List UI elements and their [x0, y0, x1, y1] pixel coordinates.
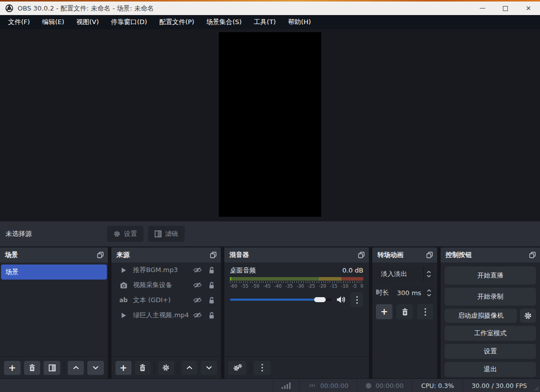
audio-channel-name: 桌面音频: [230, 266, 256, 275]
gear-icon: [524, 312, 532, 320]
stream-time-value: 00:00:00: [320, 382, 348, 389]
visibility-hidden-icon[interactable]: [193, 297, 202, 303]
speaker-icon[interactable]: [336, 296, 346, 304]
remove-source-button[interactable]: [135, 361, 151, 375]
dock-panels: 场景 场景 + 来源: [0, 247, 540, 378]
filters-icon: [49, 364, 56, 371]
preview-area[interactable]: [0, 29, 540, 221]
video-canvas[interactable]: [219, 32, 321, 217]
volume-slider-handle[interactable]: [314, 297, 326, 302]
settings-button[interactable]: 设置: [445, 344, 536, 359]
duration-spinbox[interactable]: 300 ms: [392, 285, 434, 300]
add-scene-button[interactable]: +: [4, 361, 21, 375]
scene-list-item[interactable]: 场景: [1, 265, 107, 280]
menu-file[interactable]: 文件(F): [2, 15, 36, 29]
source-properties-toolbar-button[interactable]: [158, 361, 174, 375]
lock-open-icon[interactable]: [208, 267, 215, 274]
filters-icon: [155, 230, 162, 237]
menu-scene-collection[interactable]: 场景集合(S): [200, 15, 247, 29]
chevron-up-icon: [186, 365, 193, 370]
mixer-menu-button[interactable]: [254, 361, 271, 375]
gear-icon: [113, 230, 120, 237]
cpu-usage: CPU: 0.3%: [412, 379, 462, 392]
transitions-body: 淡入淡出 时长 300 ms: [372, 263, 437, 378]
studio-mode-button[interactable]: 工作室模式: [445, 326, 536, 341]
chevron-up-icon: [73, 365, 79, 370]
menu-profile[interactable]: 配置文件(P): [153, 15, 200, 29]
source-filters-button[interactable]: 滤镜: [148, 226, 185, 242]
volume-slider[interactable]: [230, 299, 332, 301]
visibility-hidden-icon[interactable]: [193, 312, 202, 318]
transitions-panel: 转场动画 淡入淡出 时长 300 ms: [372, 247, 437, 378]
double-gear-icon: [233, 364, 242, 371]
chevron-up-icon: [427, 271, 431, 274]
scenes-toolbar: +: [0, 356, 108, 378]
resize-grip[interactable]: [533, 385, 539, 391]
meter-yellow-zone: [319, 277, 341, 281]
mixer-channel-menu-button[interactable]: [350, 292, 363, 307]
window-controls: ✕: [471, 2, 540, 15]
plus-icon: +: [119, 363, 127, 372]
exit-button[interactable]: 退出: [445, 362, 536, 377]
mixer-body: 桌面音频 0.0 dB -60-55-50-45-40-35-30-25-20-…: [224, 263, 369, 356]
fps-indicator: 30.00 / 30.00 FPS: [463, 379, 540, 392]
duration-value: 300 ms: [392, 289, 424, 297]
plus-icon: +: [9, 363, 16, 372]
toolbar-separator: [154, 362, 155, 373]
controls-panel-title: 控制按钮: [446, 250, 472, 259]
transition-menu-button[interactable]: [417, 304, 434, 319]
lock-open-icon[interactable]: [208, 297, 215, 304]
move-scene-down-button[interactable]: [87, 361, 104, 375]
chevron-up-icon: [427, 289, 432, 292]
virtual-camera-settings-button[interactable]: [520, 309, 536, 323]
combo-arrows[interactable]: [423, 267, 434, 282]
toolbar-separator: [178, 362, 178, 373]
move-source-down-button[interactable]: [201, 361, 217, 375]
volume-meter: [230, 277, 363, 281]
popout-icon[interactable]: [358, 251, 365, 258]
start-recording-button[interactable]: 开始录制: [445, 288, 536, 306]
move-scene-up-button[interactable]: [68, 361, 84, 375]
advanced-audio-button[interactable]: [228, 361, 246, 375]
maximize-button[interactable]: [494, 2, 517, 15]
start-streaming-button[interactable]: 开始直播: [445, 267, 536, 285]
signal-bars-icon: [282, 382, 291, 389]
menu-edit[interactable]: 编辑(E): [36, 15, 70, 29]
popout-icon[interactable]: [210, 251, 217, 258]
visibility-hidden-icon[interactable]: [193, 267, 202, 273]
popout-icon[interactable]: [529, 251, 536, 258]
toolbar-separator: [64, 362, 64, 373]
spinbox-arrows[interactable]: [424, 285, 434, 300]
visibility-hidden-icon[interactable]: [193, 282, 202, 288]
lock-open-icon[interactable]: [208, 282, 215, 289]
chevron-down-icon: [427, 275, 431, 278]
source-row[interactable]: 推荐BGM.mp3: [111, 263, 221, 278]
media-source-icon: [118, 267, 128, 274]
lock-open-icon[interactable]: [208, 312, 215, 319]
scenes-panel: 场景 场景 +: [0, 247, 108, 378]
source-row[interactable]: 绿巨人主视频.mp4: [111, 308, 221, 323]
close-button[interactable]: ✕: [517, 2, 540, 15]
source-row[interactable]: 视频采集设备: [111, 278, 221, 293]
stream-timer: 00:00:00: [299, 379, 357, 392]
menu-view[interactable]: 视图(V): [70, 15, 105, 29]
duration-label: 时长: [376, 288, 392, 297]
minimize-button[interactable]: [471, 2, 494, 15]
menu-docks[interactable]: 停靠窗口(D): [105, 15, 153, 29]
scene-filters-button[interactable]: [44, 361, 60, 375]
add-transition-button[interactable]: +: [376, 304, 392, 319]
start-virtual-camera-button[interactable]: 启动虚拟摄像机: [445, 309, 517, 323]
menu-help[interactable]: 帮助(H): [282, 15, 317, 29]
remove-transition-button[interactable]: [396, 304, 413, 319]
remove-scene-button[interactable]: [24, 361, 41, 375]
record-time-value: 00:00:00: [375, 382, 403, 389]
transition-select[interactable]: 淡入淡出: [376, 267, 434, 282]
move-source-up-button[interactable]: [182, 361, 198, 375]
source-row[interactable]: ab 文本 (GDI+): [111, 293, 221, 308]
source-properties-button[interactable]: 设置: [107, 226, 144, 242]
popout-icon[interactable]: [426, 251, 433, 258]
popout-icon[interactable]: [97, 251, 104, 258]
add-source-button[interactable]: +: [115, 361, 131, 375]
plus-icon: +: [380, 307, 388, 316]
menu-tools[interactable]: 工具(T): [248, 15, 282, 29]
